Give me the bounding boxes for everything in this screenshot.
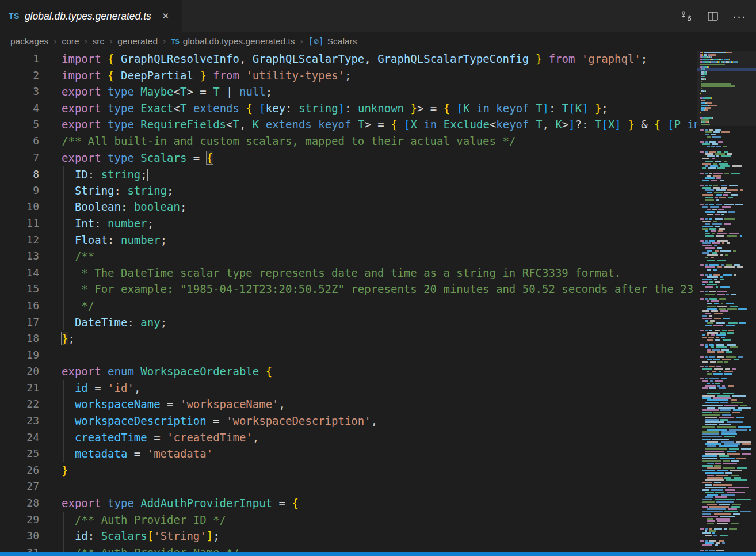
code-token: 'metadata': [147, 447, 213, 460]
minimap-line-mark: [711, 489, 723, 491]
minimap-line-mark: [726, 294, 729, 295]
minimap-line-mark: [711, 346, 714, 348]
code-token: [: [147, 530, 154, 542]
minimap-line-mark: [709, 281, 713, 283]
code-area[interactable]: 1import { GraphQLResolveInfo, GraphQLSca…: [0, 51, 697, 552]
minimap-line-mark: [700, 185, 704, 186]
code-token: ;: [140, 168, 147, 181]
code-token: T: [232, 118, 239, 131]
code-line-27[interactable]: 27: [0, 478, 697, 495]
code-line-14[interactable]: 14 * The DateTime scalar type represents…: [0, 265, 697, 281]
code-line-17[interactable]: 17 DateTime: any;: [0, 314, 697, 331]
minimap-line-mark: [705, 487, 726, 489]
minimap-line-mark: [705, 141, 708, 143]
minimap-line-mark: [707, 349, 711, 351]
minimap-line-mark: [705, 247, 715, 249]
line-number: 18: [0, 330, 39, 347]
code-token: 'utility-types': [246, 69, 345, 82]
code-line-18[interactable]: 18};: [0, 330, 697, 347]
code-line-21[interactable]: 21 id = 'id',: [0, 380, 697, 397]
more-actions-icon[interactable]: ···: [731, 7, 748, 25]
minimap-line-mark: [721, 349, 728, 351]
code-line-19[interactable]: 19: [0, 347, 697, 364]
code-token: type: [108, 85, 134, 98]
minimap-line-mark: [702, 511, 723, 513]
minimap-line-mark: [709, 185, 712, 186]
minimap-line-mark: [711, 300, 719, 302]
breadcrumb-item-global-db-types-generated-ts[interactable]: TSglobal.db.types.generated.ts: [171, 36, 295, 47]
code-line-23[interactable]: 23 workspaceDescription = 'workspaceDesc…: [0, 413, 697, 429]
indent-guide: [63, 380, 64, 397]
code-line-15[interactable]: 15 * For example: "1985-04-12T23:20:50.5…: [0, 281, 697, 298]
code-text: String: string;: [39, 182, 697, 199]
minimap-line-mark: [702, 66, 704, 68]
code-token: [542, 52, 548, 65]
code-line-25[interactable]: 25 metadata = 'metadata': [0, 445, 697, 462]
minimap-line-mark: [725, 472, 732, 474]
code-editor[interactable]: 1import { GraphQLResolveInfo, GraphQLSca…: [0, 51, 756, 552]
minimap-line-mark: [705, 266, 715, 268]
minimap-line-mark: [700, 59, 702, 60]
code-line-12[interactable]: 12 Float: number;: [0, 232, 697, 249]
split-editor-icon[interactable]: [704, 7, 721, 25]
code-token: ]: [338, 102, 345, 115]
breadcrumb-item-packages[interactable]: packages: [10, 36, 48, 47]
code-token: [: [601, 118, 608, 131]
code-line-10[interactable]: 10 Boolean: boolean;: [0, 199, 697, 215]
code-line-30[interactable]: 30 id: Scalars['String'];: [0, 528, 697, 544]
breadcrumb-item-src[interactable]: src: [93, 36, 105, 47]
minimap-line-mark: [707, 155, 715, 157]
minimap-line-mark: [725, 368, 730, 370]
code-line-13[interactable]: 13 /**: [0, 248, 697, 265]
breadcrumb: packages›core›src›generated›TSglobal.db.…: [0, 32, 756, 51]
minimap-line-mark: [709, 530, 716, 532]
code-token: from: [549, 52, 575, 65]
code-line-8[interactable]: 8 ID: string;: [0, 166, 697, 182]
code-line-2[interactable]: 2import { DeepPartial } from 'utility-ty…: [0, 67, 697, 84]
minimap-line-mark: [705, 185, 708, 186]
code-token: 'workspaceDescription': [226, 414, 371, 427]
minimap-line-mark: [720, 458, 735, 459]
code-line-31[interactable]: 31 /** Auth Provider Name */: [0, 544, 697, 552]
open-changes-icon[interactable]: [678, 7, 695, 25]
minimap-line-mark: [700, 240, 704, 242]
tab-global-db-types[interactable]: TS global.db.types.generated.ts ✕: [0, 0, 182, 32]
code-line-24[interactable]: 24 createdTime = 'createdTime',: [0, 429, 697, 446]
code-token: extends: [266, 118, 312, 131]
code-text: export type Scalars = {: [39, 150, 697, 166]
minimap-line-mark: [724, 151, 728, 153]
minimap-line-mark: [720, 409, 731, 411]
line-number: 29: [0, 512, 39, 528]
code-line-6[interactable]: 6/** All built-in and custom scalars, ma…: [0, 133, 697, 150]
breadcrumb-item-generated[interactable]: generated: [117, 36, 158, 47]
code-line-28[interactable]: 28export type AddAuthProviderInput = {: [0, 495, 697, 512]
code-line-1[interactable]: 1import { GraphQLResolveInfo, GraphQLSca…: [0, 51, 697, 67]
breadcrumb-item-scalars[interactable]: [⊘]Scalars: [308, 36, 357, 47]
close-tab-icon[interactable]: ✕: [159, 10, 172, 22]
minimap-line-mark: [707, 303, 712, 304]
minimap-line-mark: [709, 274, 712, 276]
code-text: /** Auth Provider ID */: [39, 512, 697, 528]
code-line-9[interactable]: 9 String: string;: [0, 182, 697, 199]
code-line-7[interactable]: 7export type Scalars = {: [0, 150, 697, 166]
code-line-22[interactable]: 22 workspaceName = 'workspaceName',: [0, 396, 697, 413]
code-line-20[interactable]: 20export enum WorkspaceOrderable {: [0, 363, 697, 380]
code-line-26[interactable]: 26}: [0, 462, 697, 479]
minimap-line-mark: [712, 439, 728, 440]
code-line-4[interactable]: 4export type Exact<T extends { [key: str…: [0, 100, 697, 117]
minimap[interactable]: [697, 51, 756, 552]
code-line-29[interactable]: 29 /** Auth Provider ID */: [0, 512, 697, 528]
breadcrumb-item-core[interactable]: core: [62, 36, 79, 47]
code-line-11[interactable]: 11 Int: number;: [0, 215, 697, 232]
code-line-16[interactable]: 16 */: [0, 298, 697, 314]
minimap-line-mark: [709, 151, 716, 153]
code-line-3[interactable]: 3export type Maybe<T> = T | null;: [0, 83, 697, 100]
code-token: :: [88, 530, 101, 542]
code-line-5[interactable]: 5export type RequireFields<T, K extends …: [0, 116, 697, 133]
minimap-line-mark: [717, 351, 724, 353]
minimap-line-mark: [705, 298, 708, 300]
minimap-line-mark: [716, 194, 722, 196]
minimap-line-mark: [712, 223, 722, 225]
minimap-row: [700, 285, 751, 288]
minimap-line-mark: [705, 199, 714, 201]
